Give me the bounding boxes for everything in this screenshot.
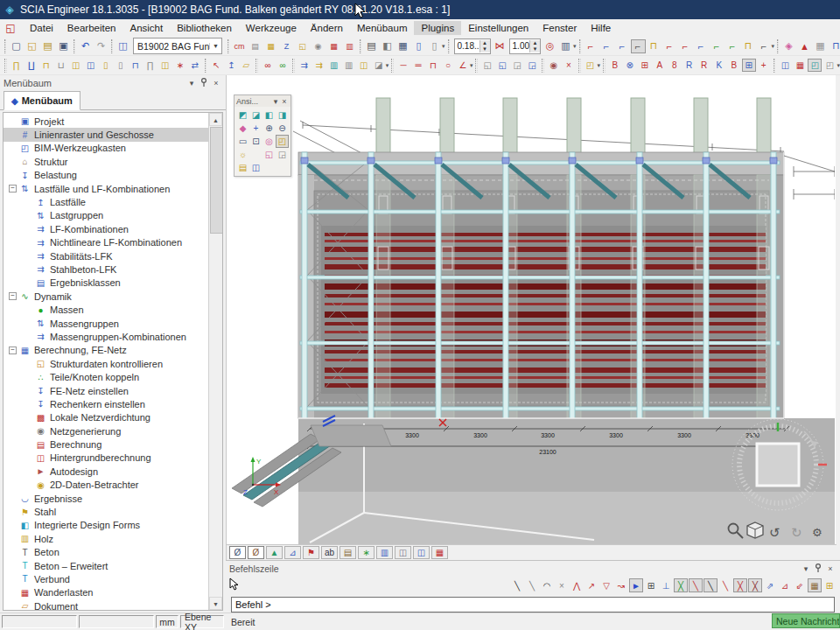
section-9-icon[interactable]: ⊓ [129, 59, 143, 72]
view-settings-gear-icon[interactable]: ⚙ [812, 526, 822, 539]
toolbar-grip[interactable] [578, 59, 581, 73]
tree-item-berechnung-fe-netz[interactable]: − ▦ Berechnung, FE-Netz [4, 344, 208, 357]
tree-item-massengruppen[interactable]: ⇅ Massengruppen [4, 317, 208, 330]
section-6-icon[interactable]: ◫ [84, 59, 98, 72]
toolbar-grip[interactable] [111, 39, 113, 53]
pan-view-icon[interactable]: + [249, 122, 262, 135]
tree-expander-icon[interactable] [9, 158, 17, 165]
support-grid2-icon[interactable]: ⊞ [742, 59, 756, 72]
spinner-arrows[interactable]: ▲▼ [529, 40, 540, 52]
toolbar-grip[interactable] [448, 39, 450, 53]
snap-cursor-icon[interactable]: ► [629, 578, 643, 592]
tree-expander-icon[interactable]: − [9, 185, 17, 192]
measure-icon[interactable]: ⊿ [284, 546, 301, 559]
tree-item-lastfaelle[interactable]: ↥ Lastfälle [4, 195, 208, 208]
copy-page-3-icon[interactable]: ◲ [510, 59, 524, 72]
pointer-mode-icon[interactable] [229, 578, 248, 594]
dim-scale-icon[interactable]: ◎ [542, 39, 557, 53]
menu-bearbeiten[interactable]: Bearbeiten [60, 21, 123, 35]
zoom-all-icon[interactable]: ⊡ [249, 135, 262, 148]
support-b1-icon[interactable]: B [608, 59, 622, 72]
tree-item-linienraster[interactable]: # Linienraster und Geschosse [4, 128, 208, 141]
save-all-icon[interactable]: ▤ [40, 39, 55, 53]
folder-cyan-icon[interactable]: ◰ [808, 59, 822, 72]
overflow-arrow-icon[interactable]: ▾ [836, 62, 840, 69]
copy-page-2-icon[interactable]: ◱ [495, 59, 509, 72]
column-gray-icon[interactable]: ▥ [342, 59, 356, 72]
snap-midpoint-icon[interactable]: ╲ [689, 578, 703, 592]
tree-expander-icon[interactable] [24, 441, 32, 449]
toolbar-grip[interactable] [774, 59, 776, 73]
menu-fenster[interactable]: Fenster [536, 21, 584, 35]
toolbar-grip[interactable] [228, 39, 229, 53]
view-front-icon[interactable]: ◪ [249, 108, 262, 122]
zoom-in-icon[interactable]: ⊕ [262, 122, 276, 135]
beam-tool-5-icon[interactable]: ⊓ [647, 39, 662, 53]
tree-item-massen[interactable]: ● Massen [4, 303, 208, 316]
tree-expander-icon[interactable] [9, 144, 17, 152]
render-mode-icon[interactable]: Ø [229, 546, 246, 559]
document-new-icon[interactable]: ▯ [427, 39, 442, 53]
status-unit[interactable]: mm [156, 615, 178, 628]
child-window-icon[interactable]: ◱ [4, 22, 18, 34]
section-2-icon[interactable]: ∐ [24, 59, 38, 72]
tree-expander-icon[interactable] [9, 575, 17, 583]
saved-views-icon[interactable]: ◫ [249, 161, 262, 174]
axis-z-icon[interactable]: Z [279, 39, 294, 53]
snap-line-2-icon[interactable]: ╲ [525, 578, 539, 592]
tree-item-bim[interactable]: ◰ BIM-Werkzeugkasten [4, 142, 208, 155]
snap-peak-icon[interactable]: ⋀ [570, 578, 584, 592]
draw-circle-icon[interactable]: ○ [441, 59, 455, 72]
snap-arc-icon[interactable]: ◠ [540, 578, 554, 592]
view-axo-icon[interactable]: ◨ [276, 108, 289, 122]
menu-datei[interactable]: Datei [23, 21, 60, 35]
layers-icon[interactable]: ▤ [248, 39, 262, 53]
tree-item-rechenkern[interactable]: ↧ Rechenkern einstellen [4, 397, 208, 410]
tree-item-massengruppen-komb[interactable]: ⇉ Massengruppen-Kombinationen [4, 330, 208, 343]
select-member-icon[interactable]: ↥ [224, 59, 238, 72]
link-oo-green-icon[interactable]: ∞ [276, 59, 290, 72]
scale-factor-icon[interactable]: ⋈ [493, 39, 508, 53]
tree-expander-icon[interactable] [24, 252, 32, 260]
label-icon[interactable]: ab [321, 546, 338, 559]
tree-item-ergebnisklassen[interactable]: ▤ Ergebnisklassen [4, 276, 208, 290]
tree-expander-icon[interactable] [9, 589, 17, 597]
tree-expander-icon[interactable] [24, 454, 32, 462]
detail-a-icon[interactable]: ▲ [797, 39, 812, 53]
spacer-1[interactable] [249, 148, 262, 161]
box-move-icon[interactable]: ◪ [372, 59, 386, 72]
toolbar-grip[interactable] [74, 39, 75, 53]
tree-expander-icon[interactable] [9, 131, 17, 139]
tree-item-wanderlasten[interactable]: ▦ Wanderlasten [4, 586, 208, 599]
display-scale-spinner[interactable]: 0.18.. ▲▼ [454, 38, 491, 54]
tree-item-projekt[interactable]: ▣ Projekt [4, 115, 208, 128]
beam-tool-3-icon[interactable]: ⌐ [615, 39, 630, 53]
menu-plugins[interactable]: Plugins [414, 21, 461, 35]
snap-line-icon[interactable]: ╲ [510, 578, 524, 592]
support-8-icon[interactable]: 8 [668, 59, 682, 72]
view-params-icon[interactable]: ◰ [276, 135, 289, 148]
generate-icon[interactable]: ∗ [358, 546, 374, 559]
section-11-icon[interactable]: ◫ [158, 59, 172, 72]
tree-item-nichtlineare-lfk[interactable]: ⇉ Nichtlineare LF-Kombinationen [4, 236, 208, 249]
print-icon[interactable]: ▤ [364, 39, 379, 53]
snap-node-icon[interactable]: ╲ [718, 578, 732, 592]
close-icon[interactable]: × [210, 79, 222, 88]
section-7-icon[interactable]: ▯ [99, 59, 113, 72]
menu-bibliotheken[interactable]: Bibliotheken [170, 21, 239, 35]
scroll-down-icon[interactable]: ▼ [209, 597, 222, 610]
tree-item-belastung[interactable]: ↧ Belastung [4, 169, 208, 182]
calculator-icon[interactable]: ▦ [396, 39, 410, 53]
support-cross-icon[interactable]: + [757, 59, 771, 72]
support-b2-icon[interactable]: B [727, 59, 741, 72]
open-project-icon[interactable]: ◱ [24, 39, 39, 53]
tree-expander-icon[interactable] [24, 225, 32, 233]
tree-expander-icon[interactable] [24, 467, 32, 475]
rotate-right-icon[interactable]: ↻ [791, 525, 802, 540]
view-top-icon[interactable]: ◩ [236, 108, 249, 122]
tree-item-beton[interactable]: T Beton [4, 546, 208, 559]
beam-tool-10-icon[interactable]: ⌐ [725, 39, 740, 53]
table-results-icon[interactable]: ▦ [326, 39, 341, 53]
eye-icon[interactable]: ◉ [547, 59, 561, 72]
new-messages-badge[interactable]: Neue Nachrichte [772, 613, 840, 628]
